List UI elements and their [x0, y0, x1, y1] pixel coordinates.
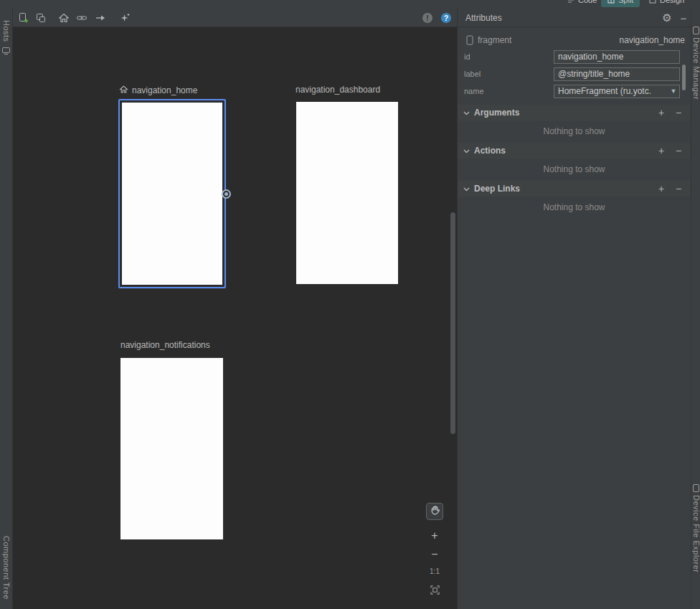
name-combobox-value: HomeFragment (ru.yotc. [554, 86, 668, 96]
view-mode-code[interactable]: Code [561, 0, 603, 7]
tool-window-device-file-explorer[interactable]: Device File Explorer [692, 495, 700, 572]
tool-window-hosts[interactable]: Hosts [2, 20, 11, 42]
label-input[interactable] [554, 67, 680, 81]
view-mode-design-label: Design [660, 0, 684, 4]
section-header-deep-links[interactable]: Deep Links + − [458, 181, 691, 197]
remove-argument-button[interactable]: − [672, 107, 685, 118]
fragment-preview-home-surface [122, 103, 222, 285]
fragment-preview-dashboard[interactable] [296, 102, 398, 284]
label-field-label: label [464, 70, 481, 78]
component-type-label: fragment [478, 35, 511, 45]
deep-links-empty-message: Nothing to show [458, 202, 691, 212]
help-icon[interactable]: ? [441, 13, 451, 23]
view-mode-split[interactable]: Split [601, 0, 640, 7]
fragment-notifications-label: navigation_notifications [120, 340, 210, 350]
nav-editor-toolbar: ! ? [13, 9, 457, 27]
chevron-down-icon: ▼ [668, 88, 679, 95]
attributes-title: Attributes [465, 13, 502, 23]
add-destination-icon[interactable] [18, 12, 29, 24]
name-combobox[interactable]: HomeFragment (ru.yotc. ▼ [554, 85, 680, 98]
zoom-scale-label[interactable]: 1:1 [426, 567, 443, 575]
fragment-notifications-label-row[interactable]: navigation_notifications [120, 340, 210, 350]
home-icon [119, 85, 128, 96]
id-input[interactable] [554, 50, 680, 64]
fragment-home-label-row[interactable]: navigation_home [119, 85, 197, 96]
navigation-canvas[interactable]: navigation_home navigation_dashboard nav… [13, 27, 457, 609]
tool-window-device-manager[interactable]: Device Manager [692, 37, 700, 100]
error-indicator-icon[interactable]: ! [422, 13, 432, 23]
fragment-preview-home[interactable] [118, 99, 226, 288]
right-tool-strip: Device Manager Device File Explorer [691, 9, 700, 609]
hosts-icon[interactable] [1, 46, 11, 55]
deep-link-icon[interactable] [76, 12, 88, 24]
code-icon [567, 0, 574, 4]
name-field-label: name [464, 87, 484, 95]
action-handle[interactable] [222, 189, 231, 199]
component-id-value: navigation_home [620, 35, 685, 45]
chevron-down-icon [463, 146, 470, 156]
remove-action-button[interactable]: − [672, 145, 685, 156]
hand-icon [430, 505, 440, 518]
section-title-deep-links: Deep Links [474, 184, 520, 194]
section-title-arguments: Arguments [474, 108, 519, 118]
left-tool-strip: Hosts Component Tree [0, 9, 13, 609]
section-header-actions[interactable]: Actions + − [458, 143, 691, 159]
attributes-panel: Attributes ⚙ − fragment navigation_home … [457, 9, 691, 609]
device-file-explorer-icon[interactable] [692, 483, 700, 493]
device-manager-icon[interactable] [692, 26, 700, 35]
id-field-label: id [464, 52, 470, 61]
fragment-icon [466, 35, 473, 45]
top-strip: Code Split Design [0, 0, 700, 9]
canvas-vertical-scrollbar[interactable] [450, 212, 455, 434]
home-destination-icon[interactable] [58, 12, 70, 24]
actions-empty-message: Nothing to show [458, 164, 691, 174]
fit-screen-icon [430, 585, 440, 597]
fragment-preview-notifications[interactable] [120, 358, 223, 539]
pan-tool-button[interactable] [426, 503, 443, 520]
attributes-scrollbar[interactable] [682, 65, 686, 90]
zoom-to-fit-button[interactable] [427, 585, 442, 597]
add-deep-link-button[interactable]: + [655, 183, 668, 194]
view-mode-split-label: Split [618, 0, 633, 4]
zoom-out-button[interactable]: − [427, 548, 442, 561]
view-mode-design[interactable]: Design [643, 0, 691, 7]
fragment-dashboard-label: navigation_dashboard [295, 85, 380, 95]
arguments-empty-message: Nothing to show [458, 126, 691, 136]
nested-graph-icon[interactable] [35, 12, 47, 24]
field-row-name: name HomeFragment (ru.yotc. ▼ [458, 83, 691, 99]
auto-arrange-icon[interactable] [119, 12, 131, 24]
gear-icon[interactable]: ⚙ [661, 11, 673, 24]
section-header-arguments[interactable]: Arguments + − [458, 105, 691, 121]
chevron-down-icon [463, 108, 470, 118]
add-argument-button[interactable]: + [655, 107, 668, 118]
hide-panel-icon[interactable]: − [677, 11, 690, 24]
design-icon [649, 0, 656, 4]
add-action-button[interactable]: + [655, 145, 668, 156]
attributes-header: Attributes ⚙ − [458, 9, 691, 27]
split-icon [607, 0, 615, 4]
zoom-in-button[interactable]: + [427, 529, 442, 542]
field-row-label: label [458, 66, 691, 82]
field-row-id: id [458, 49, 691, 65]
fragment-home-label: navigation_home [132, 85, 197, 95]
remove-deep-link-button[interactable]: − [672, 183, 685, 194]
selected-component-row: fragment navigation_home [458, 33, 685, 47]
chevron-down-icon [463, 184, 470, 194]
action-arrow-icon[interactable] [95, 12, 106, 24]
tool-window-component-tree[interactable]: Component Tree [2, 536, 11, 600]
section-title-actions: Actions [474, 146, 506, 156]
fragment-dashboard-label-row[interactable]: navigation_dashboard [295, 85, 380, 95]
view-mode-code-label: Code [578, 0, 597, 4]
